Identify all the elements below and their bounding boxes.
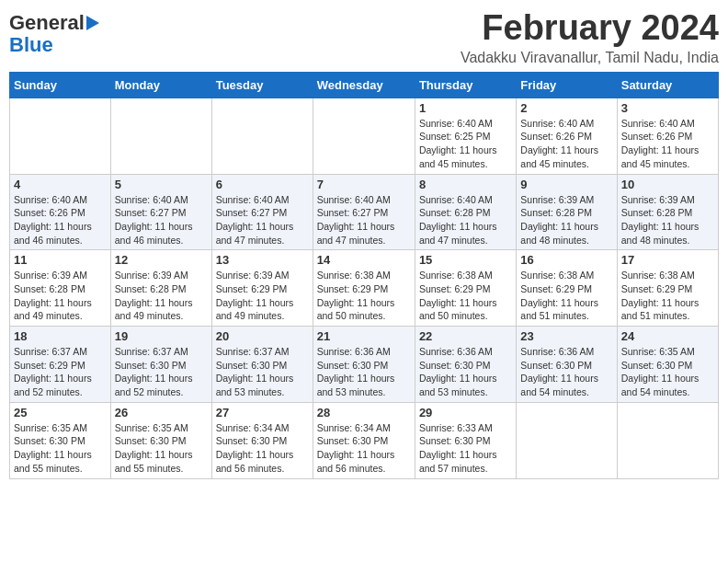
day-number: 24 — [621, 329, 714, 343]
day-info: Sunrise: 6:34 AM Sunset: 6:30 PM Dayligh… — [216, 421, 309, 476]
week-row-4: 18Sunrise: 6:37 AM Sunset: 6:29 PM Dayli… — [10, 327, 719, 403]
calendar-cell: 20Sunrise: 6:37 AM Sunset: 6:30 PM Dayli… — [211, 327, 313, 403]
calendar-cell: 26Sunrise: 6:35 AM Sunset: 6:30 PM Dayli… — [110, 402, 211, 478]
day-number: 5 — [115, 178, 208, 191]
logo-blue: Blue — [9, 33, 53, 57]
column-header-wednesday: Wednesday — [313, 72, 415, 98]
header: General Blue February 2024 Vadakku Virav… — [9, 9, 719, 66]
day-number: 22 — [419, 329, 512, 343]
day-number: 20 — [216, 329, 309, 343]
calendar-cell: 29Sunrise: 6:33 AM Sunset: 6:30 PM Dayli… — [415, 402, 516, 478]
day-number: 3 — [621, 101, 714, 115]
day-info: Sunrise: 6:38 AM Sunset: 6:29 PM Dayligh… — [520, 269, 612, 323]
day-number: 13 — [216, 253, 309, 267]
calendar-cell: 17Sunrise: 6:38 AM Sunset: 6:29 PM Dayli… — [617, 250, 718, 327]
day-info: Sunrise: 6:39 AM Sunset: 6:28 PM Dayligh… — [520, 193, 612, 247]
day-info: Sunrise: 6:39 AM Sunset: 6:29 PM Dayligh… — [216, 269, 309, 323]
day-number: 6 — [216, 178, 309, 191]
week-row-3: 11Sunrise: 6:39 AM Sunset: 6:28 PM Dayli… — [10, 250, 719, 327]
day-info: Sunrise: 6:37 AM Sunset: 6:29 PM Dayligh… — [14, 345, 107, 399]
day-info: Sunrise: 6:38 AM Sunset: 6:29 PM Dayligh… — [317, 269, 411, 323]
day-info: Sunrise: 6:37 AM Sunset: 6:30 PM Dayligh… — [216, 345, 309, 399]
calendar-cell: 28Sunrise: 6:34 AM Sunset: 6:30 PM Dayli… — [313, 402, 415, 478]
calendar-cell: 15Sunrise: 6:38 AM Sunset: 6:29 PM Dayli… — [415, 250, 516, 327]
calendar-cell: 6Sunrise: 6:40 AM Sunset: 6:27 PM Daylig… — [211, 174, 313, 250]
day-number: 25 — [14, 406, 107, 419]
calendar-cell: 8Sunrise: 6:40 AM Sunset: 6:28 PM Daylig… — [415, 174, 516, 250]
column-header-sunday: Sunday — [10, 72, 111, 98]
day-info: Sunrise: 6:40 AM Sunset: 6:26 PM Dayligh… — [520, 117, 612, 171]
day-number: 14 — [317, 253, 411, 267]
calendar-cell: 14Sunrise: 6:38 AM Sunset: 6:29 PM Dayli… — [313, 250, 415, 327]
week-row-5: 25Sunrise: 6:35 AM Sunset: 6:30 PM Dayli… — [10, 402, 719, 478]
calendar-cell — [211, 98, 313, 174]
logo-arrow-icon — [86, 16, 99, 30]
column-header-thursday: Thursday — [415, 72, 516, 98]
calendar-cell: 25Sunrise: 6:35 AM Sunset: 6:30 PM Dayli… — [10, 402, 111, 478]
day-info: Sunrise: 6:40 AM Sunset: 6:27 PM Dayligh… — [216, 193, 309, 247]
column-header-tuesday: Tuesday — [211, 72, 313, 98]
calendar-cell: 2Sunrise: 6:40 AM Sunset: 6:26 PM Daylig… — [517, 98, 617, 174]
day-number: 23 — [520, 329, 612, 343]
day-number: 27 — [216, 406, 309, 419]
calendar-cell — [10, 98, 111, 174]
month-title: February 2024 — [461, 9, 719, 48]
calendar-cell — [617, 402, 718, 478]
day-number: 2 — [520, 101, 612, 115]
calendar-cell: 9Sunrise: 6:39 AM Sunset: 6:28 PM Daylig… — [517, 174, 617, 250]
day-info: Sunrise: 6:33 AM Sunset: 6:30 PM Dayligh… — [419, 421, 512, 476]
calendar-cell: 18Sunrise: 6:37 AM Sunset: 6:29 PM Dayli… — [10, 327, 111, 403]
day-number: 4 — [14, 178, 107, 191]
day-number: 9 — [520, 178, 612, 191]
week-row-2: 4Sunrise: 6:40 AM Sunset: 6:26 PM Daylig… — [10, 174, 719, 250]
location-title: Vadakku Viravanallur, Tamil Nadu, India — [461, 50, 719, 66]
day-number: 15 — [419, 253, 512, 267]
day-info: Sunrise: 6:40 AM Sunset: 6:27 PM Dayligh… — [115, 193, 208, 247]
day-number: 11 — [14, 253, 107, 267]
day-number: 12 — [115, 253, 208, 267]
calendar-cell: 23Sunrise: 6:36 AM Sunset: 6:30 PM Dayli… — [517, 327, 617, 403]
day-number: 26 — [115, 406, 208, 419]
calendar-cell: 1Sunrise: 6:40 AM Sunset: 6:25 PM Daylig… — [415, 98, 516, 174]
calendar-cell: 24Sunrise: 6:35 AM Sunset: 6:30 PM Dayli… — [617, 327, 718, 403]
calendar-cell — [517, 402, 617, 478]
logo-general: General — [9, 13, 85, 33]
day-info: Sunrise: 6:39 AM Sunset: 6:28 PM Dayligh… — [115, 269, 208, 323]
day-info: Sunrise: 6:39 AM Sunset: 6:28 PM Dayligh… — [621, 193, 714, 247]
day-number: 10 — [621, 178, 714, 191]
calendar-cell: 5Sunrise: 6:40 AM Sunset: 6:27 PM Daylig… — [110, 174, 211, 250]
day-info: Sunrise: 6:40 AM Sunset: 6:28 PM Dayligh… — [419, 193, 512, 247]
day-number: 17 — [621, 253, 714, 267]
day-info: Sunrise: 6:34 AM Sunset: 6:30 PM Dayligh… — [317, 421, 411, 476]
day-number: 18 — [14, 329, 107, 343]
week-row-1: 1Sunrise: 6:40 AM Sunset: 6:25 PM Daylig… — [10, 98, 719, 174]
calendar-cell: 13Sunrise: 6:39 AM Sunset: 6:29 PM Dayli… — [211, 250, 313, 327]
calendar-cell: 3Sunrise: 6:40 AM Sunset: 6:26 PM Daylig… — [617, 98, 718, 174]
day-info: Sunrise: 6:38 AM Sunset: 6:29 PM Dayligh… — [419, 269, 512, 323]
calendar-cell: 11Sunrise: 6:39 AM Sunset: 6:28 PM Dayli… — [10, 250, 111, 327]
day-number: 28 — [317, 406, 411, 419]
day-info: Sunrise: 6:40 AM Sunset: 6:25 PM Dayligh… — [419, 117, 512, 171]
header-row: SundayMondayTuesdayWednesdayThursdayFrid… — [10, 72, 719, 98]
day-info: Sunrise: 6:35 AM Sunset: 6:30 PM Dayligh… — [621, 345, 714, 399]
day-number: 16 — [520, 253, 612, 267]
calendar-table: SundayMondayTuesdayWednesdayThursdayFrid… — [9, 72, 719, 479]
calendar-cell — [313, 98, 415, 174]
calendar-cell: 12Sunrise: 6:39 AM Sunset: 6:28 PM Dayli… — [110, 250, 211, 327]
calendar-cell: 4Sunrise: 6:40 AM Sunset: 6:26 PM Daylig… — [10, 174, 111, 250]
day-number: 7 — [317, 178, 411, 191]
day-info: Sunrise: 6:36 AM Sunset: 6:30 PM Dayligh… — [317, 345, 411, 399]
calendar-cell: 7Sunrise: 6:40 AM Sunset: 6:27 PM Daylig… — [313, 174, 415, 250]
calendar-cell: 16Sunrise: 6:38 AM Sunset: 6:29 PM Dayli… — [517, 250, 617, 327]
day-info: Sunrise: 6:36 AM Sunset: 6:30 PM Dayligh… — [520, 345, 612, 399]
day-info: Sunrise: 6:38 AM Sunset: 6:29 PM Dayligh… — [621, 269, 714, 323]
day-number: 29 — [419, 406, 512, 419]
day-info: Sunrise: 6:40 AM Sunset: 6:27 PM Dayligh… — [317, 193, 411, 247]
day-number: 8 — [419, 178, 512, 191]
day-info: Sunrise: 6:35 AM Sunset: 6:30 PM Dayligh… — [115, 421, 208, 476]
calendar-cell: 10Sunrise: 6:39 AM Sunset: 6:28 PM Dayli… — [617, 174, 718, 250]
day-number: 21 — [317, 329, 411, 343]
column-header-monday: Monday — [110, 72, 211, 98]
column-header-saturday: Saturday — [617, 72, 718, 98]
calendar-cell: 27Sunrise: 6:34 AM Sunset: 6:30 PM Dayli… — [211, 402, 313, 478]
